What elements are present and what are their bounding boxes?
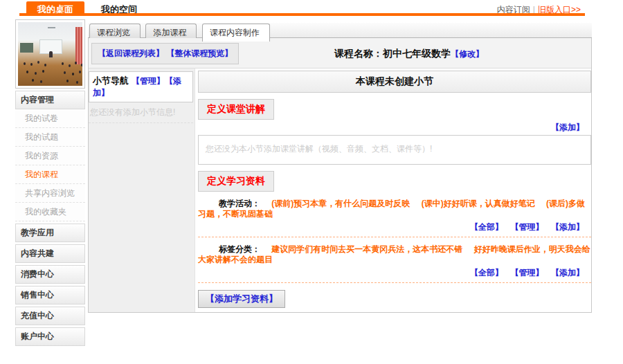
course-title: 课程名称：初中七年级数学【修改】 xyxy=(227,48,591,60)
activity-add-link[interactable]: 【添加】 xyxy=(551,222,584,232)
separator xyxy=(198,282,591,283)
teaching-activity-row: 教学活动： (课前)预习本章，有什么问题及时反映 (课中)好好听课，认真做好笔记… xyxy=(198,199,591,219)
add-study-materials-button[interactable]: 【添加学习资料】 xyxy=(198,290,285,308)
body-row: 小节导航【管理】【添加】 您还没有添加小节信息! 本课程未创建小节 定义课堂讲解… xyxy=(89,69,591,312)
sidebar-header-sales-center[interactable]: 销售中心 xyxy=(15,286,85,304)
content-area: 课程浏览 添加课程 课程内容制作 【返回课程列表】 【整体课程预览】 课程名称：… xyxy=(88,23,592,313)
section-nav-empty-message: 您还没有添加小节信息! xyxy=(89,102,193,123)
sidebar: 内容管理 我的试卷 我的试题 我的资源 我的课程 共享内容浏览 我的收藏夹 教学… xyxy=(15,19,85,346)
tag-manage-link[interactable]: 【管理】 xyxy=(511,268,544,277)
course-name-label: 课程名称： xyxy=(334,48,383,59)
sidebar-item-my-resources[interactable]: 我的资源 xyxy=(15,147,85,165)
teacher-figure xyxy=(49,51,53,57)
course-name-value: 初中七年级数学 xyxy=(383,48,451,59)
sidebar-header-teaching-apps[interactable]: 教学应用 xyxy=(15,224,85,242)
sidebar-item-my-papers[interactable]: 我的试卷 xyxy=(15,109,85,128)
sidebar-header-account-center[interactable]: 账户中心 xyxy=(15,327,85,346)
top-nav: 我的桌面 我的空间 内容订阅|旧版入口>> xyxy=(19,1,585,14)
section-nav-header: 小节导航【管理】【添加】 xyxy=(89,71,193,102)
ceiling-fan xyxy=(48,27,55,28)
student-heads xyxy=(24,62,26,65)
sidebar-item-shared-content[interactable]: 共享内容浏览 xyxy=(15,184,85,203)
tag-category-label: 标签分类： xyxy=(219,244,260,254)
tag-add-link[interactable]: 【添加】 xyxy=(551,268,584,277)
accent-bar xyxy=(19,13,585,16)
activity-in-class: (课中)好好听课，认真做好笔记 xyxy=(422,199,535,208)
classroom-photo-frame xyxy=(15,19,85,89)
curtain xyxy=(75,27,82,64)
course-tabstrip: 课程浏览 添加课程 课程内容制作 xyxy=(88,23,592,38)
sidebar-item-my-courses[interactable]: 我的课程 xyxy=(15,165,85,184)
sidebar-header-consume-center[interactable]: 消费中心 xyxy=(15,265,85,284)
sidebar-header-content-coop[interactable]: 内容共建 xyxy=(15,244,85,263)
lecture-section-title: 定义课堂讲解 xyxy=(198,99,274,120)
activity-manage-link[interactable]: 【管理】 xyxy=(511,222,544,232)
tag-value-1: 建议同学们有时间去买一本黄冈兵法，这本书还不错 xyxy=(271,244,462,254)
lecture-add-link[interactable]: 【添加】 xyxy=(551,122,584,132)
activity-before-class: (课前)预习本章，有什么问题及时反映 xyxy=(271,199,410,208)
main-panel: 本课程未创建小节 定义课堂讲解 【添加】 您还没为本小节添加课堂讲解（视频、音频… xyxy=(195,69,591,312)
teaching-activity-label: 教学活动： xyxy=(219,199,260,208)
course-toolbar: 【返回课程列表】 【整体课程预览】 课程名称：初中七年级数学【修改】 xyxy=(89,38,591,69)
content-body: 【返回课程列表】 【整体课程预览】 课程名称：初中七年级数学【修改】 小节导航【… xyxy=(88,38,592,313)
course-preview-button[interactable]: 【整体课程预览】 xyxy=(166,48,233,58)
activity-links: 【全部】 【管理】 【添加】 xyxy=(198,220,584,233)
chalkboard xyxy=(20,43,34,53)
separator xyxy=(198,237,591,237)
back-to-course-list-button[interactable]: 【返回课程列表】 xyxy=(98,48,164,58)
section-nav-title: 小节导航 xyxy=(93,75,129,86)
tag-category-row: 标签分类： 建议同学们有时间去买一本黄冈兵法，这本书还不错 好好昨晚课后作业，明… xyxy=(198,244,591,265)
sidebar-item-my-favorites[interactable]: 我的收藏夹 xyxy=(15,203,85,221)
tab-course-content-editing[interactable]: 课程内容制作 xyxy=(202,24,270,42)
toolbar-button-group: 【返回课程列表】 【整体课程预览】 xyxy=(91,43,239,64)
modify-course-name-link[interactable]: 【修改】 xyxy=(451,49,484,59)
classroom-photo xyxy=(18,22,82,86)
no-section-banner: 本课程未创建小节 xyxy=(198,71,591,93)
activity-all-link[interactable]: 【全部】 xyxy=(470,222,503,232)
tag-links: 【全部】 【管理】 【添加】 xyxy=(198,266,584,279)
tag-all-link[interactable]: 【全部】 xyxy=(470,268,503,277)
materials-section-title: 定义学习资料 xyxy=(198,171,274,192)
lecture-empty-message: 您还没为本小节添加课堂讲解（视频、音频、文档、课件等）! xyxy=(198,135,591,165)
sidebar-header-content-mgmt[interactable]: 内容管理 xyxy=(15,91,85,109)
sidebar-item-my-questions[interactable]: 我的试题 xyxy=(15,128,85,147)
section-nav-panel: 小节导航【管理】【添加】 您还没有添加小节信息! xyxy=(89,69,195,312)
sidebar-header-recharge-center[interactable]: 充值中心 xyxy=(15,307,85,325)
section-manage-link[interactable]: 【管理】 xyxy=(132,76,165,86)
